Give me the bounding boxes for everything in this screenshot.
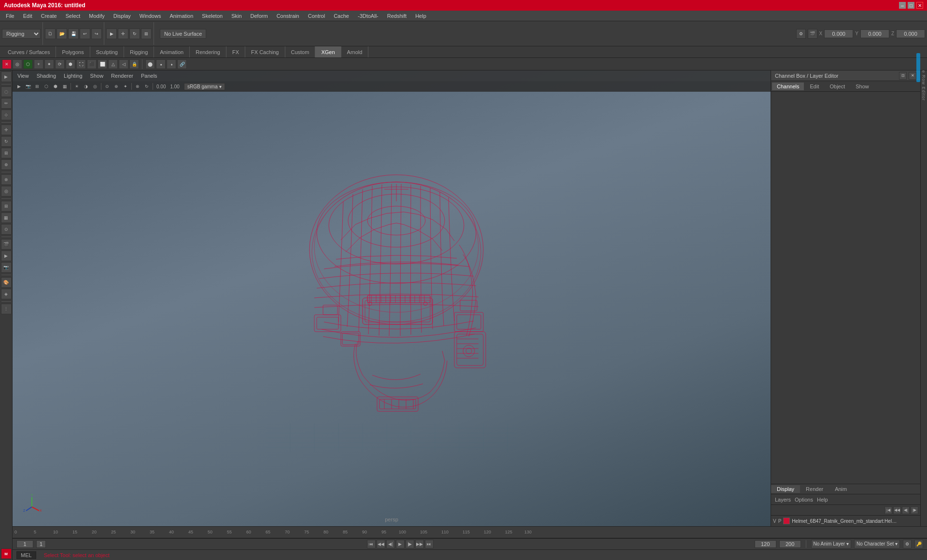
menu-animation[interactable]: Animation [166, 12, 197, 20]
options-menu[interactable]: Options [795, 497, 813, 503]
shelf-btn-11[interactable]: △ [108, 59, 118, 69]
menu-skin[interactable]: Skin [227, 12, 245, 20]
viewport-panel[interactable]: View Shading Lighting Show Renderer Pane… [13, 70, 771, 526]
shelf-btn-17[interactable]: 🔗 [177, 59, 187, 69]
tab-fx[interactable]: FX [226, 46, 245, 57]
scale-tool-btn[interactable]: ⊞ [141, 28, 152, 39]
vp-lighting[interactable]: Lighting [61, 72, 85, 79]
vp-light-btn[interactable]: ☀ [72, 82, 81, 91]
shelf-btn-13[interactable]: 🔒 [129, 59, 139, 69]
shelf-btn-7[interactable]: ⬢ [66, 59, 75, 69]
shelf-btn-16[interactable]: ⬧ [167, 59, 176, 69]
pb-prev-btn[interactable]: |◀ [885, 506, 892, 514]
vp-wireframe-btn[interactable]: ⬡ [42, 82, 51, 91]
undo-btn[interactable]: ↩ [80, 28, 90, 39]
shelf-btn-12[interactable]: ◁ [119, 59, 128, 69]
menu-select[interactable]: Select [62, 12, 84, 20]
mode-dropdown[interactable]: Rigging [2, 29, 41, 39]
vp-textured-btn[interactable]: ▦ [60, 82, 69, 91]
sculpt-tool-icon[interactable]: ⊹ [1, 110, 12, 120]
attribute-editor-sidebar[interactable]: Attribute Row Editor [920, 70, 927, 526]
show-manip-icon[interactable]: ⊗ [1, 174, 12, 185]
shelf-btn-1[interactable]: ✕ [2, 59, 12, 69]
cb-tab-object[interactable]: Object [825, 83, 850, 90]
move-tool-btn[interactable]: ✛ [118, 28, 128, 39]
maximize-button[interactable]: □ [908, 2, 914, 9]
vp-cam-btn[interactable]: 📷 [24, 82, 32, 91]
open-btn[interactable]: 📂 [56, 28, 67, 39]
lp-tab-anim[interactable]: Anim [829, 485, 853, 493]
vp-snap-btn[interactable]: ⊗ [133, 82, 142, 91]
start-frame-input[interactable] [16, 540, 33, 548]
anim-layer-dropdown[interactable]: No Anim Layer ▾ [811, 540, 851, 548]
pb-step-back-btn[interactable]: ◀| [902, 506, 910, 514]
pb-back-btn[interactable]: ◀◀ [893, 506, 901, 514]
vp-amb-btn[interactable]: ◎ [91, 82, 99, 91]
total-end-input[interactable] [779, 540, 801, 548]
vp-xray-btn[interactable]: ✦ [121, 82, 130, 91]
shelf-btn-14[interactable]: ⬤ [145, 59, 155, 69]
shelf-btn-10[interactable]: ⬜ [98, 59, 107, 69]
tab-rigging[interactable]: Rigging [124, 46, 154, 57]
tab-xgen[interactable]: XGen [315, 46, 341, 57]
select-tool-btn[interactable]: ▶ [106, 28, 117, 39]
shelf-btn-8[interactable]: ⛶ [76, 59, 86, 69]
display-icon[interactable]: ▦ [1, 212, 12, 223]
lasso-tool-icon[interactable]: ◌ [1, 86, 12, 97]
shelf-btn-6[interactable]: ⟳ [55, 59, 65, 69]
hypershade-icon[interactable]: ◈ [1, 289, 12, 299]
move-icon[interactable]: ✛ [1, 125, 12, 135]
isolate-icon[interactable]: ⊙ [1, 224, 12, 235]
timeline-ruler[interactable]: 0 5 10 15 20 25 30 35 40 45 50 [13, 527, 927, 538]
menu-redshift[interactable]: Redshift [383, 12, 410, 20]
timeline-back-btn[interactable]: ◀◀ [377, 540, 385, 548]
vp-shadow-btn[interactable]: ◑ [82, 82, 90, 91]
tab-rendering[interactable]: Rendering [190, 46, 226, 57]
shelf-btn-3[interactable]: ⬡ [23, 59, 33, 69]
anim-settings-btn[interactable]: ⚙ [903, 540, 912, 548]
save-btn[interactable]: 💾 [68, 28, 79, 39]
vp-panels[interactable]: Panels [138, 72, 160, 79]
vp-shading[interactable]: Shading [34, 72, 59, 79]
cb-tab-channels[interactable]: Channels [772, 83, 804, 90]
vp-smooth-btn[interactable]: ⬢ [51, 82, 60, 91]
menu-control[interactable]: Control [304, 12, 329, 20]
timeline-end-btn[interactable]: ⏭ [425, 540, 434, 548]
minimize-button[interactable]: – [899, 2, 906, 9]
snapshot-icon[interactable]: 📷 [1, 262, 12, 273]
timeline-prev-btn[interactable]: ⏮ [367, 540, 376, 548]
cb-float-btn[interactable]: ⊡ [899, 72, 907, 80]
tab-animation[interactable]: Animation [154, 46, 190, 57]
menu-deform[interactable]: Deform [247, 12, 272, 20]
tab-sculpting[interactable]: Sculpting [90, 46, 124, 57]
shelf-btn-4[interactable]: + [34, 59, 43, 69]
cb-tab-show[interactable]: Show [851, 83, 874, 90]
lp-tab-render[interactable]: Render [800, 485, 829, 493]
paint-tool-icon[interactable]: ✏ [1, 98, 12, 109]
menu-edit[interactable]: Edit [19, 12, 36, 20]
timeline-fwd-btn[interactable]: ▶▶ [415, 540, 424, 548]
tab-fx-caching[interactable]: FX Caching [245, 46, 285, 57]
misc-icon[interactable]: ⋮ [1, 304, 12, 314]
tab-custom[interactable]: Custom [285, 46, 316, 57]
render-view-btn[interactable]: 🎬 [808, 29, 817, 39]
redo-btn[interactable]: ↪ [91, 28, 102, 39]
color-icon[interactable]: 🎨 [1, 277, 12, 288]
timeline-stepfwd-btn[interactable]: |▶ [406, 540, 414, 548]
vp-select-btn[interactable]: ▶ [14, 82, 23, 91]
rotate-icon[interactable]: ↻ [1, 136, 12, 147]
menu-create[interactable]: Create [37, 12, 61, 20]
menu-display[interactable]: Display [110, 12, 135, 20]
vp-gamma-btn[interactable]: sRGB gamma ▾ [184, 83, 225, 90]
menu-file[interactable]: File [2, 12, 18, 20]
shelf-btn-5[interactable]: ✦ [44, 59, 54, 69]
vp-gimbal-btn[interactable]: ↻ [142, 82, 151, 91]
menu-skeleton[interactable]: Skeleton [198, 12, 226, 20]
menu-constrain[interactable]: Constrain [273, 12, 303, 20]
render-icon[interactable]: 🎬 [1, 239, 12, 250]
timeline-play-btn[interactable]: ▶ [396, 540, 405, 548]
grid-icon[interactable]: ⊞ [1, 201, 12, 211]
vp-iso-btn[interactable]: ⊙ [103, 82, 112, 91]
no-live-surface-btn[interactable]: No Live Surface [160, 29, 206, 39]
new-btn[interactable]: 🗋 [45, 28, 56, 39]
